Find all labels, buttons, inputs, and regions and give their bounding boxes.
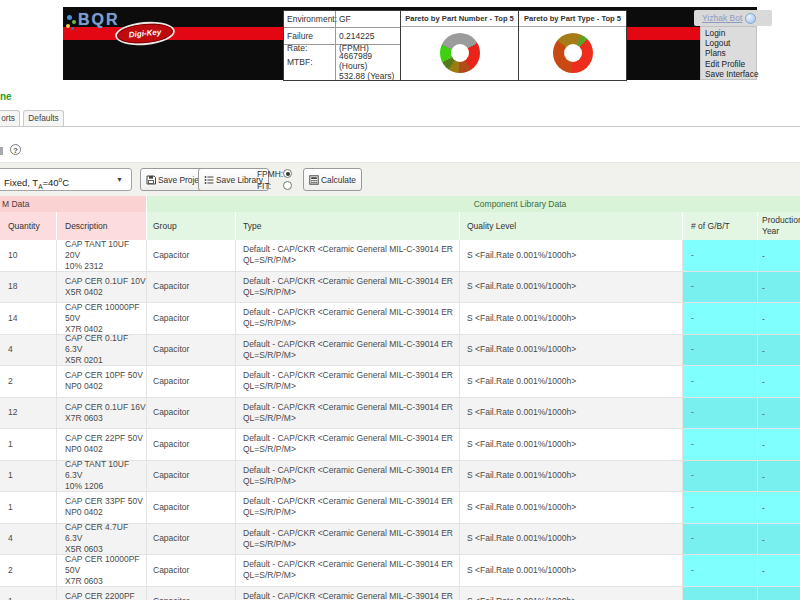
menu-item-logout[interactable]: Logout	[701, 38, 756, 48]
cell-description: CAP CER 2200PF 50V	[57, 587, 147, 600]
nav-link-partial[interactable]: ne	[0, 91, 12, 102]
list-icon	[204, 175, 214, 185]
help-icon[interactable]: ?	[10, 144, 21, 155]
cell-quantity: 10	[0, 240, 57, 271]
table-row[interactable]: 1 CAP CER 33PF 50VNP0 0402 Capacitor Def…	[0, 492, 800, 524]
cell-group: Capacitor	[147, 240, 236, 271]
table-row[interactable]: 12 CAP CER 0.1UF 16VX7R 0603 Capacitor D…	[0, 398, 800, 430]
column-header-quantity[interactable]: Quantity	[0, 212, 57, 240]
cell-description: CAP CER 22PF 50VNP0 0402	[57, 429, 147, 460]
cell-group: Capacitor	[147, 555, 236, 586]
cell-group: Capacitor	[147, 492, 236, 523]
bqr-logo-dot	[71, 27, 74, 30]
cell-gbt: -	[683, 461, 758, 492]
failure-rate-label: Failure Rate:	[284, 28, 336, 44]
column-header-production-year[interactable]: Production Year	[758, 212, 800, 240]
cell-quantity: 18	[0, 272, 57, 303]
column-header-gbt[interactable]: # of G/B/T	[683, 212, 758, 240]
cell-group: Capacitor	[147, 524, 236, 555]
cell-quantity: 4	[0, 335, 57, 366]
cell-gbt: -	[683, 587, 758, 600]
table-row[interactable]: 1 CAP TANT 10UF 6.3V10% 1206 Capacitor D…	[0, 461, 800, 493]
cell-type: Default - CAP/CKR <Ceramic General MIL-C…	[236, 335, 460, 366]
table-row[interactable]: 2 CAP CER 10000PF 50VX7R 0603 Capacitor …	[0, 555, 800, 587]
tab-reports[interactable]: orts	[0, 110, 20, 126]
temperature-mode-select[interactable]: Fixed, TA=40oC ▼	[0, 168, 132, 191]
cell-description: CAP TANT 10UF 6.3V10% 1206	[57, 461, 147, 492]
cell-description: CAP CER 10000PF 50VX7R 0603	[57, 555, 147, 586]
cell-production-year: -	[758, 461, 800, 492]
cell-type: Default - CAP/CKR <Ceramic General MIL-C…	[236, 492, 460, 523]
bqr-logo-dot	[66, 24, 70, 28]
fpmh-radio[interactable]	[283, 169, 292, 178]
menu-item-login[interactable]: Login	[701, 28, 756, 38]
cell-quantity: 14	[0, 303, 57, 334]
calculate-button[interactable]: Calculate	[303, 168, 362, 191]
fit-radio[interactable]	[283, 181, 292, 190]
user-avatar-icon[interactable]	[745, 13, 756, 24]
cell-type: Default - CAP/CKR <Ceramic General MIL-C…	[236, 461, 460, 492]
menu-item-plans[interactable]: Plans	[701, 48, 756, 58]
cell-quality-level: S <Fail.Rate 0.001%/1000h>	[460, 272, 683, 303]
table-row[interactable]: 14 CAP CER 10000PF 50VX7R 0402 Capacitor…	[0, 303, 800, 335]
pareto-part-number-title: Pareto by Part Number - Top 5	[401, 11, 518, 27]
table-row[interactable]: 4 CAP CER 0.1UF 6.3VX5R 0201 Capacitor D…	[0, 335, 800, 367]
toolbar: Fixed, TA=40oC ▼ Save Project Save Libra…	[0, 162, 800, 196]
cell-production-year: -	[758, 429, 800, 460]
environment-label: Environment:	[284, 11, 336, 27]
mtbf-hours: 4667989 (Hours)	[339, 51, 400, 71]
cell-description: CAP CER 10PF 50VNP0 0402	[57, 366, 147, 397]
table-row[interactable]: 4 CAP CER 4.7UF 6.3VX5R 0603 Capacitor D…	[0, 524, 800, 556]
cell-gbt: -	[683, 272, 758, 303]
table-body: 10 CAP TANT 10UF 20V10% 2312 Capacitor D…	[0, 240, 800, 600]
column-header-quality-level[interactable]: Quality Level	[460, 212, 683, 240]
user-menu: Login Logout Plans Edit Profile Save Int…	[700, 26, 757, 80]
cell-quality-level: S <Fail.Rate 0.001%/1000h>	[460, 524, 683, 555]
column-header-group[interactable]: Group	[147, 212, 236, 240]
menu-item-edit-profile[interactable]: Edit Profile	[701, 59, 756, 69]
cell-gbt: -	[683, 366, 758, 397]
username-link[interactable]: Yizhak Bot	[702, 13, 742, 23]
cell-gbt: -	[683, 492, 758, 523]
cell-group: Capacitor	[147, 303, 236, 334]
cell-type: Default - CAP/CKR <Ceramic General MIL-C…	[236, 429, 460, 460]
table-row[interactable]: 1 CAP CER 22PF 50VNP0 0402 Capacitor Def…	[0, 429, 800, 461]
component-library-group-header: Component Library Data	[147, 196, 800, 212]
pareto-part-number-chart: Pareto by Part Number - Top 5	[401, 11, 519, 80]
cell-quality-level: S <Fail.Rate 0.001%/1000h>	[460, 303, 683, 334]
digikey-logo-text: Digi-Key	[128, 28, 161, 40]
pareto-part-type-chart: Pareto by Part Type - Top 5	[519, 11, 626, 80]
cell-production-year: -	[758, 524, 800, 555]
cell-type: Default - CAP/CKR <Ceramic General MIL-C…	[236, 272, 460, 303]
cell-quality-level: S <Fail.Rate 0.001%/1000h>	[460, 366, 683, 397]
cell-type: Default - CAP/CKR <Ceramic General MIL-C…	[236, 366, 460, 397]
menu-item-save-interface[interactable]: Save Interface	[701, 69, 756, 79]
table-row[interactable]: 1 CAP CER 2200PF 50V Capacitor Default -…	[0, 587, 800, 600]
cell-production-year: -	[758, 335, 800, 366]
cell-description: CAP CER 33PF 50VNP0 0402	[57, 492, 147, 523]
tab-defaults[interactable]: Defaults	[23, 110, 64, 126]
fit-radio-label: FIT:	[257, 181, 271, 191]
cell-type: Default - CAP/CKR <Ceramic General MIL-C…	[236, 240, 460, 271]
failure-rate-value: 0.214225 (FPMH)	[336, 28, 400, 44]
cutoff-element	[0, 147, 3, 155]
cell-quality-level: S <Fail.Rate 0.001%/1000h>	[460, 398, 683, 429]
cell-quality-level: S <Fail.Rate 0.001%/1000h>	[460, 335, 683, 366]
table-row[interactable]: 2 CAP CER 10PF 50VNP0 0402 Capacitor Def…	[0, 366, 800, 398]
cell-quality-level: S <Fail.Rate 0.001%/1000h>	[460, 492, 683, 523]
column-header-row: Quantity Description Group Type Quality …	[0, 212, 800, 240]
table-row[interactable]: 10 CAP TANT 10UF 20V10% 2312 Capacitor D…	[0, 240, 800, 272]
cell-gbt: -	[683, 429, 758, 460]
table-row[interactable]: 18 CAP CER 0.1UF 10VX5R 0402 Capacitor D…	[0, 272, 800, 304]
pareto-part-type-title: Pareto by Part Type - Top 5	[519, 11, 626, 27]
column-header-description[interactable]: Description	[57, 212, 147, 240]
pareto-part-type-donut	[553, 33, 593, 73]
cell-type: Default - CAP/CKR <Ceramic General MIL-C…	[236, 587, 460, 600]
donut-hole	[451, 44, 469, 62]
cell-quantity: 12	[0, 398, 57, 429]
cell-quality-level: S <Fail.Rate 0.001%/1000h>	[460, 429, 683, 460]
column-header-type[interactable]: Type	[236, 212, 460, 240]
calculate-label: Calculate	[321, 175, 356, 185]
cell-quantity: 1	[0, 429, 57, 460]
user-pill: Yizhak Bot	[694, 10, 772, 26]
